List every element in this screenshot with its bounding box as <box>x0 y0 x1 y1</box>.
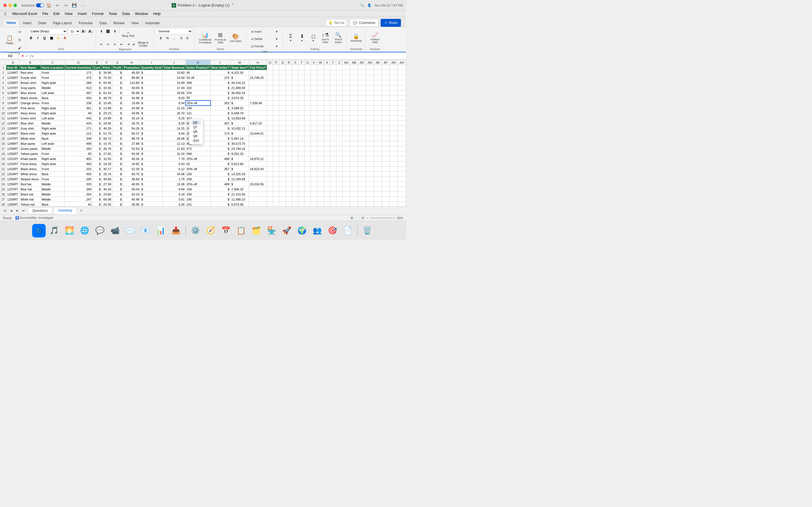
cell-r26-c16[interactable] <box>280 192 286 197</box>
cell-r10-c28[interactable] <box>358 111 366 116</box>
cell-r17-c29[interactable] <box>366 146 374 151</box>
cell-r16-c9[interactable]: 12.13 <box>162 141 186 146</box>
cell-r27-c2[interactable]: Middle <box>41 197 64 202</box>
cell-r25-c2[interactable]: Middle <box>41 187 64 192</box>
cell-r16-c1[interactable]: Blue pants <box>19 141 41 146</box>
cell-r16-c12[interactable]: 30,573.75 <box>231 141 249 146</box>
cell-r2-c30[interactable] <box>374 70 382 75</box>
cell-r22-c20[interactable] <box>305 172 311 177</box>
cell-r2-c23[interactable] <box>324 70 330 75</box>
cell-r2-c4[interactable]: $ <box>93 70 102 75</box>
cell-r15-c2[interactable]: Back <box>41 136 64 141</box>
header-cell-0[interactable]: Item ID <box>6 65 20 70</box>
cell-r8-c22[interactable] <box>317 101 324 106</box>
cell-styles-button[interactable]: 🎨 Cell Styles <box>229 31 243 45</box>
cell-r17-c5[interactable]: 30.70 <box>102 146 112 151</box>
cell-r5-c30[interactable] <box>374 86 382 91</box>
cell-r20-c15[interactable] <box>273 161 280 166</box>
cell-r14-c11[interactable]: 173 <box>211 131 231 136</box>
cell-r21-c32[interactable] <box>390 166 398 172</box>
cell-r4-c3[interactable]: 289 <box>64 80 92 86</box>
cell-r5-c10[interactable]: 232 <box>186 86 210 91</box>
cell-r10-c4[interactable]: $ <box>93 111 102 116</box>
cell-r10-c13[interactable] <box>249 111 267 116</box>
cell-r9-c7[interactable]: 24.99 <box>123 106 140 111</box>
cell-r16-c0[interactable]: 1248RT <box>6 141 20 146</box>
share-button[interactable]: ↗ Share <box>380 19 401 27</box>
cell-r18-c10[interactable]: 568 <box>186 151 210 156</box>
cell-r5-c26[interactable] <box>342 86 350 91</box>
cell-r5-c11[interactable]: $ <box>211 86 231 91</box>
tab-formulas[interactable]: Formulas <box>75 19 96 27</box>
cell-r6-c16[interactable] <box>280 91 286 96</box>
cell-r13-c0[interactable]: 1245RT <box>6 126 20 131</box>
tab-draw[interactable]: Draw <box>35 19 49 27</box>
cell-r3-c21[interactable] <box>311 75 317 80</box>
cell-r19-c10[interactable]: 25% off <box>186 156 210 161</box>
header-cell-20[interactable] <box>305 65 311 70</box>
cell-r11-c8[interactable]: $ <box>140 116 163 121</box>
cell-r28-c31[interactable] <box>382 202 390 207</box>
cell-r24-c15[interactable] <box>273 182 280 187</box>
menu-insert[interactable]: Insert <box>75 11 89 16</box>
cell-r20-c14[interactable] <box>267 161 273 166</box>
cell-r14-c32[interactable] <box>390 131 398 136</box>
dock-system-prefs[interactable]: ⚙️ <box>189 224 202 237</box>
dock-messages[interactable]: 💬 <box>93 224 107 237</box>
cell-r13-c9[interactable]: 14.25 <box>162 126 186 131</box>
copy-button[interactable]: ⎘ <box>16 36 24 43</box>
cell-r11-c33[interactable] <box>398 116 406 121</box>
header-cell-14[interactable] <box>267 65 273 70</box>
cell-r9-c1[interactable]: Pink dress <box>19 106 41 111</box>
cell-r24-c19[interactable] <box>298 182 304 187</box>
cell-r11-c9[interactable]: 8.25 <box>162 116 186 121</box>
cell-r13-c30[interactable] <box>374 126 382 131</box>
account-icon[interactable]: 👤 <box>367 3 371 7</box>
cell-r14-c6[interactable]: $ <box>112 131 123 136</box>
cell-r21-c19[interactable] <box>298 166 304 172</box>
cell-r26-c15[interactable] <box>273 192 280 197</box>
cell-r25-c4[interactable]: $ <box>93 187 102 192</box>
cell-r5-c31[interactable] <box>382 86 390 91</box>
cell-r12-c25[interactable] <box>336 121 342 126</box>
cell-r22-c16[interactable] <box>280 172 286 177</box>
cell-r17-c33[interactable] <box>398 146 406 151</box>
cell-r24-c7[interactable]: 40.95 <box>123 182 140 187</box>
cell-r17-c23[interactable] <box>324 146 330 151</box>
col-header-AE[interactable]: AE <box>374 60 382 65</box>
cell-r2-c25[interactable] <box>336 70 342 75</box>
header-cell-13[interactable]: Full Price? <box>249 65 267 70</box>
cell-r27-c29[interactable] <box>366 197 374 202</box>
cell-r7-c17[interactable] <box>286 96 292 101</box>
cell-r15-c24[interactable] <box>330 136 336 141</box>
cell-r25-c5[interactable]: 40.20 <box>102 187 112 192</box>
cell-r14-c2[interactable]: Right aisle <box>41 131 64 136</box>
cell-r9-c4[interactable]: $ <box>93 106 102 111</box>
cell-r12-c33[interactable] <box>398 121 406 126</box>
cell-r9-c22[interactable] <box>317 106 324 111</box>
cell-r28-c25[interactable] <box>336 202 342 207</box>
cell-r6-c25[interactable] <box>336 91 342 96</box>
cell-r25-c12[interactable]: 7,906.32 <box>231 187 249 192</box>
header-cell-6[interactable]: Profit <box>112 65 123 70</box>
header-cell-18[interactable] <box>292 65 298 70</box>
cell-reference-input[interactable] <box>2 53 18 59</box>
cell-r3-c9[interactable]: 14.69 <box>162 75 186 80</box>
cell-r24-c25[interactable] <box>336 182 342 187</box>
cell-r14-c21[interactable] <box>311 131 317 136</box>
cell-r25-c13[interactable] <box>249 187 267 192</box>
cell-r18-c27[interactable] <box>350 151 358 156</box>
cell-r15-c25[interactable] <box>336 136 342 141</box>
cell-r15-c31[interactable] <box>382 136 390 141</box>
cell-r4-c5[interactable]: 65.45 <box>102 80 112 86</box>
cell-r24-c18[interactable] <box>292 182 298 187</box>
cell-r9-c18[interactable] <box>292 106 298 111</box>
cell-r8-c10[interactable]: 25% off <box>186 101 210 106</box>
cell-r14-c26[interactable] <box>342 131 350 136</box>
cell-r22-c11[interactable]: $ <box>211 172 231 177</box>
cell-r17-c20[interactable] <box>305 146 311 151</box>
cell-r3-c14[interactable] <box>267 75 273 80</box>
cell-r3-c15[interactable] <box>273 75 280 80</box>
cell-r16-c24[interactable] <box>330 141 336 146</box>
cell-r25-c17[interactable] <box>286 187 292 192</box>
